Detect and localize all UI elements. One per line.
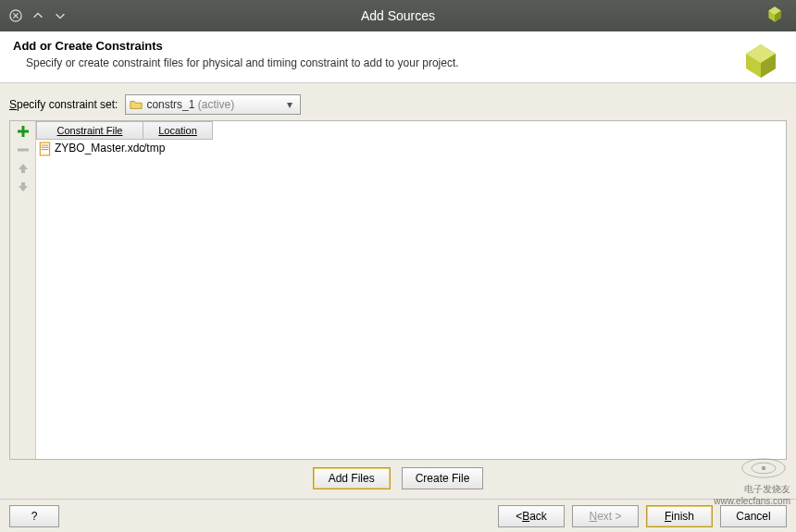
col-location[interactable]: Location	[143, 121, 213, 140]
wizard-header: Add or Create Constraints Specify or cre…	[0, 31, 796, 83]
cancel-button[interactable]: Cancel	[720, 505, 787, 527]
col-constraint-file[interactable]: Constraint File	[36, 121, 143, 140]
window-title: Add Sources	[0, 8, 796, 23]
constraint-set-row: Specify constraint set: constrs_1 (activ…	[9, 94, 787, 115]
file-icon	[38, 142, 53, 155]
remove-button	[13, 142, 33, 158]
help-button[interactable]: ?	[9, 505, 59, 527]
move-up-button	[13, 160, 33, 177]
constraint-set-value: constrs_1 (active)	[146, 98, 283, 111]
wizard-footer: ? < Back Next > Finish Cancel	[0, 499, 796, 532]
svg-rect-1	[21, 168, 25, 173]
svg-rect-4	[41, 144, 48, 145]
svg-rect-2	[21, 182, 25, 187]
table-header: Constraint File Location	[36, 121, 786, 140]
titlebar: Add Sources	[0, 0, 796, 31]
table-row[interactable]: ZYBO_Master.xdc /tmp	[36, 140, 786, 156]
window-controls	[0, 7, 68, 24]
constraint-set-dropdown[interactable]: constrs_1 (active) ▾	[125, 94, 301, 115]
svg-rect-5	[41, 147, 48, 148]
file-list-toolbar	[10, 121, 36, 459]
file-table: Constraint File Location ZYBO_Master.xdc…	[36, 121, 786, 459]
finish-button[interactable]: Finish	[646, 505, 713, 527]
wizard-body: Specify constraint set: constrs_1 (activ…	[0, 83, 796, 519]
add-files-button[interactable]: Add Files	[313, 467, 391, 489]
svg-rect-6	[41, 149, 48, 150]
vivado-logo-icon	[742, 43, 779, 80]
chevron-down-icon[interactable]	[52, 7, 68, 24]
next-button: Next >	[572, 505, 639, 527]
app-logo-icon	[765, 5, 785, 25]
move-down-button	[13, 179, 33, 195]
file-list-panel: Constraint File Location ZYBO_Master.xdc…	[9, 120, 787, 460]
table-body: ZYBO_Master.xdc /tmp	[36, 140, 786, 459]
cell-file: ZYBO_Master.xdc	[55, 142, 143, 155]
page-title: Add or Create Constraints	[13, 39, 783, 53]
constraint-set-label: Specify constraint set:	[9, 98, 118, 111]
page-description: Specify or create constraint files for p…	[26, 56, 783, 69]
create-file-button[interactable]: Create File	[402, 467, 484, 489]
cell-location: /tmp	[143, 142, 213, 155]
back-button[interactable]: < Back	[498, 505, 565, 527]
chevron-up-icon[interactable]	[30, 7, 46, 24]
dropdown-arrow-icon: ▾	[283, 98, 296, 111]
folder-icon	[130, 98, 143, 111]
file-actions: Add Files Create File	[9, 467, 787, 489]
add-button[interactable]	[13, 123, 33, 140]
close-icon[interactable]	[7, 7, 24, 24]
